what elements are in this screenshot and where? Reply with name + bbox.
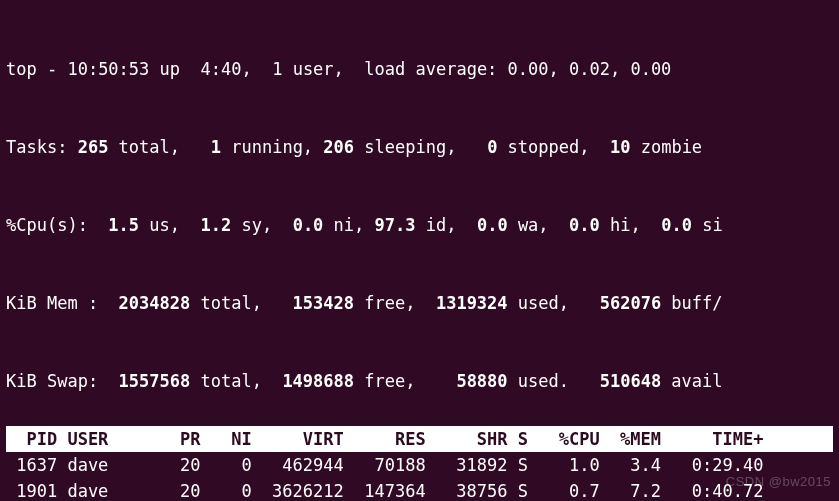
summary-line-tasks: Tasks: 265 total, 1 running, 206 sleepin… xyxy=(6,134,833,160)
watermark: CSDN @bw2015 xyxy=(726,469,831,495)
table-row: 1637 dave 20 0 462944 70188 31892 S 1.0 … xyxy=(6,452,833,478)
summary-block: top - 10:50:53 up 4:40, 1 user, load ave… xyxy=(6,4,833,420)
summary-line-swap: KiB Swap: 1557568 total, 1498688 free, 5… xyxy=(6,368,833,394)
process-table: 1637 dave 20 0 462944 70188 31892 S 1.0 … xyxy=(6,452,833,501)
summary-line-mem: KiB Mem : 2034828 total, 153428 free, 13… xyxy=(6,290,833,316)
summary-line-cpu: %Cpu(s): 1.5 us, 1.2 sy, 0.0 ni, 97.3 id… xyxy=(6,212,833,238)
table-header: PID USER PR NI VIRT RES SHR S %CPU %MEM … xyxy=(6,426,833,452)
summary-line-top: top - 10:50:53 up 4:40, 1 user, load ave… xyxy=(6,56,833,82)
table-row: 1901 dave 20 0 3626212 147364 38756 S 0.… xyxy=(6,478,833,501)
